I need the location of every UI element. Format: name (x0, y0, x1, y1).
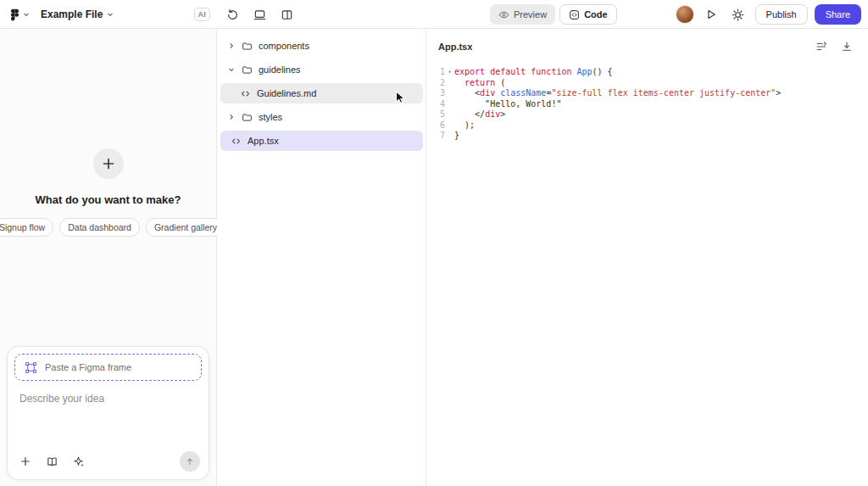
figma-logo-icon (10, 8, 19, 21)
guidelines-book-button[interactable] (44, 454, 59, 469)
code-lines: 1▾export default function App() {2 retur… (437, 67, 868, 142)
sparkle-ai-button[interactable] (70, 454, 86, 469)
line-number: 7 (437, 131, 445, 142)
file-name: Example File (41, 8, 103, 20)
code-token: () { (593, 67, 613, 78)
code-tab[interactable]: Code (559, 4, 617, 25)
play-button[interactable] (701, 4, 721, 25)
code-token: ); (454, 120, 475, 131)
fold-spacer (445, 109, 454, 120)
chat-panel: What do you want to make? Signup flow Da… (0, 30, 217, 486)
main-menu-button[interactable] (7, 7, 33, 23)
plus-icon (102, 157, 115, 170)
refresh-button[interactable] (222, 4, 242, 25)
figma-frame-icon (25, 361, 37, 374)
code-filename: App.tsx (438, 42, 472, 52)
split-layout-button[interactable] (276, 4, 297, 25)
chevron-right-icon (227, 42, 236, 49)
code-token: > (500, 109, 505, 120)
prompt-hero: What do you want to make? Signup flow Da… (0, 148, 216, 237)
preview-tab-label: Preview (514, 9, 547, 20)
tree-item-label: Guidelines.md (257, 88, 316, 98)
code-token: } (454, 131, 459, 142)
mode-segmented-control: Preview Code (490, 4, 617, 25)
folder-icon (242, 112, 253, 123)
code-token: > (776, 88, 781, 99)
topbar-left-group: Example File AI (0, 0, 217, 29)
paste-figma-frame-dropzone[interactable]: Paste a Figma frame (14, 354, 202, 381)
eye-icon (498, 9, 509, 20)
download-code-button[interactable] (837, 36, 857, 57)
suggestion-chips: Signup flow Data dashboard Gradient gall… (0, 218, 225, 237)
code-token (454, 78, 465, 89)
line-number: 4 (437, 99, 445, 110)
code-token: App (577, 67, 593, 78)
ai-badge: AI (194, 8, 210, 21)
code-icon (569, 9, 580, 20)
code-file-icon (240, 88, 251, 99)
app-window: Example File AI (0, 0, 868, 486)
folder-icon (242, 41, 253, 52)
fold-chevron-icon[interactable]: ▾ (445, 67, 454, 78)
tree-item-app-tsx[interactable]: App.tsx (220, 131, 423, 151)
code-token: div (485, 109, 500, 120)
tree-item-label: guidelines (259, 64, 301, 75)
prompt-title: What do you want to make? (36, 193, 181, 206)
chip-data-dashboard[interactable]: Data dashboard (59, 218, 140, 237)
topbar-tools-group (222, 0, 297, 29)
code-line: 6 ); (437, 120, 868, 131)
chevron-down-icon (23, 11, 30, 18)
format-code-button[interactable] (811, 36, 832, 57)
line-number: 3 (437, 88, 445, 99)
chip-gradient-gallery[interactable]: Gradient gallery (146, 218, 225, 237)
tree-item-styles[interactable]: styles (220, 107, 423, 127)
tree-item-components[interactable]: components (220, 36, 423, 56)
code-line: 2 return ( (437, 78, 868, 89)
share-button[interactable]: Share (815, 4, 861, 25)
folder-icon (242, 64, 253, 75)
code-token: < (454, 88, 480, 99)
idea-text-input[interactable]: Describe your idea (19, 393, 202, 405)
line-number: 5 (437, 109, 445, 120)
line-number: 1 (437, 67, 445, 78)
chevron-down-icon (107, 11, 114, 18)
code-token: "size-full flex items-center justify-cen… (551, 88, 776, 99)
code-line: 3 <div className="size-full flex items-c… (437, 88, 868, 99)
code-token: div (480, 88, 495, 99)
code-line: 5 </div> (437, 109, 868, 120)
user-avatar[interactable] (676, 5, 694, 24)
send-button[interactable] (180, 451, 200, 472)
tree-item-label: App.tsx (248, 136, 279, 146)
preview-tab[interactable]: Preview (490, 4, 555, 25)
tree-item-guidelines[interactable]: guidelines (220, 59, 423, 80)
line-number: 2 (437, 78, 445, 89)
code-token: className (500, 88, 546, 99)
code-line: 1▾export default function App() { (437, 67, 868, 78)
tree-item-label: components (259, 41, 309, 51)
settings-gear-button[interactable] (728, 4, 748, 25)
code-file-icon (231, 136, 242, 147)
composer-actions (18, 451, 200, 472)
paste-figma-frame-label: Paste a Figma frame (45, 362, 131, 372)
code-editor[interactable]: 1▾export default function App() {2 retur… (427, 64, 868, 142)
fold-spacer (445, 131, 454, 142)
tree-item-guidelines-md[interactable]: Guidelines.md (220, 83, 423, 103)
tree-item-label: styles (259, 112, 282, 122)
code-token: export default function (454, 67, 577, 78)
code-token: </ (454, 109, 485, 120)
code-editor-panel: App.tsx 1▾export default function App() … (427, 30, 868, 486)
chip-signup-flow[interactable]: Signup flow (0, 218, 53, 237)
code-tab-label: Code (584, 9, 608, 20)
code-line: 7} (437, 131, 868, 142)
attach-plus-button[interactable] (18, 454, 33, 469)
line-number: 6 (437, 120, 445, 131)
chevron-down-icon (227, 66, 236, 73)
new-prompt-button[interactable] (93, 148, 124, 179)
fold-spacer (445, 99, 454, 110)
file-name-menu[interactable]: Example File (36, 6, 118, 23)
topbar: Example File AI (0, 0, 868, 29)
publish-button[interactable]: Publish (755, 4, 808, 25)
code-token: return (465, 78, 495, 89)
fold-spacer (445, 120, 454, 131)
console-panel-button[interactable] (249, 4, 270, 25)
